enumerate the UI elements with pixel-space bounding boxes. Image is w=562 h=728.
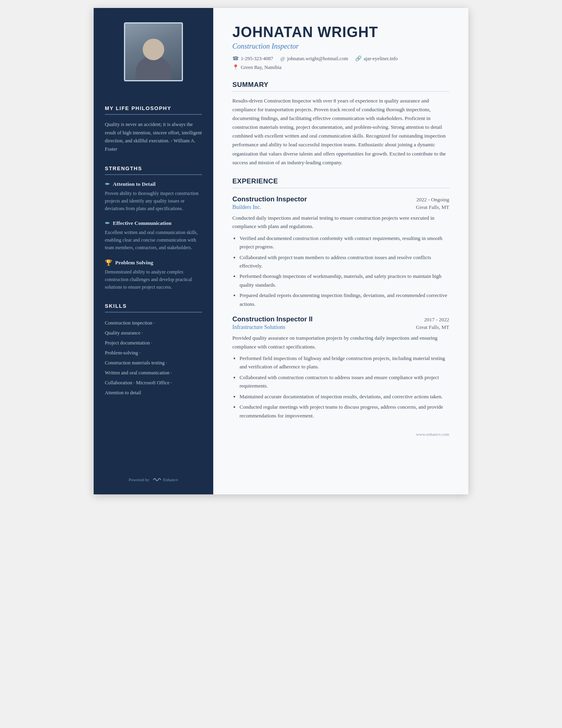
- job-location-1: Great Falls, MT: [416, 204, 449, 211]
- job-bullets-1: Verified and documented construction con…: [232, 234, 449, 309]
- job-company-2: Infrastructure Solutions: [232, 324, 285, 331]
- strength-title-1: ✒ Attention to Detail: [105, 181, 202, 188]
- philosophy-title: MY LIFE PHILOSOPHY: [105, 105, 202, 115]
- job-company-row-1: Builders Inc. Great Falls, MT: [232, 204, 449, 211]
- skill-3: Project documentation ·: [105, 338, 202, 348]
- strength-item-3: 🏆 Problem Solving Demonstrated ability t…: [105, 259, 202, 291]
- skill-4: Problem-solving ·: [105, 348, 202, 358]
- job-company-1: Builders Inc.: [232, 204, 261, 211]
- link-icon: 🔗: [355, 55, 362, 62]
- contact-website: 🔗 ajar-eyeliner.info: [355, 55, 397, 62]
- strength-title-3: 🏆 Problem Solving: [105, 259, 202, 266]
- bullet-1-2: Collaborated with project team members t…: [240, 253, 449, 270]
- philosophy-section: MY LIFE PHILOSOPHY Quality is never an a…: [105, 105, 202, 153]
- summary-text: Results-driven Construction Inspector wi…: [232, 96, 449, 167]
- job-dates-2: 2017 - 2022: [424, 317, 449, 323]
- philosophy-text: Quality is never an accident; it is alwa…: [105, 120, 202, 153]
- bullet-2-1: Performed field inspections of highway a…: [240, 354, 449, 371]
- bullet-2-2: Collaborated with construction contracto…: [240, 373, 449, 390]
- pen-icon-1: ✒: [105, 181, 110, 188]
- skill-5: Construction materials testing ·: [105, 358, 202, 368]
- contact-email: @ johnatan.wright@hotmail.com: [280, 55, 348, 62]
- contact-phone: ☎ 1-295-323-4087: [232, 55, 273, 62]
- bullet-2-4: Conducted regular meetings with project …: [240, 403, 449, 420]
- strengths-title: STRENGTHS: [105, 165, 202, 175]
- email-icon: @: [280, 55, 285, 62]
- bullet-1-3: Performed thorough inspections of workma…: [240, 272, 449, 289]
- name-title-area: JOHNATAN WRIGHT Construction Inspector: [232, 24, 449, 51]
- bullet-1-4: Prepared detailed reports documenting in…: [240, 291, 449, 308]
- job-bullets-2: Performed field inspections of highway a…: [232, 354, 449, 420]
- location-icon: 📍: [232, 64, 239, 71]
- job-header-2: Construction Inspector II 2017 - 2022: [232, 315, 449, 323]
- strength-desc-1: Proven ability to thoroughly inspect con…: [105, 190, 202, 213]
- candidate-title: Construction Inspector: [232, 42, 449, 51]
- powered-by: Powered by Enhancv: [118, 467, 190, 482]
- summary-divider: [232, 91, 449, 92]
- sidebar: MY LIFE PHILOSOPHY Quality is never an a…: [94, 8, 213, 494]
- skills-section: SKILLS Construction inspection · Quality…: [105, 303, 202, 398]
- skill-2: Quality assurance ·: [105, 328, 202, 338]
- experience-title: EXPERIENCE: [232, 177, 449, 185]
- strength-desc-3: Demonstrated ability to analyze complex …: [105, 268, 202, 291]
- job-intro-2: Provided quality assurance on transporta…: [232, 334, 449, 351]
- job-dates-1: 2022 - Ongoing: [417, 197, 449, 203]
- sidebar-content: MY LIFE PHILOSOPHY Quality is never an a…: [94, 93, 213, 398]
- skill-1: Construction inspection ·: [105, 318, 202, 328]
- trophy-icon: 🏆: [105, 259, 112, 266]
- footer-website: www.enhancv.com: [232, 432, 449, 437]
- avatar-placeholder: [125, 24, 182, 80]
- contact-area: ☎ 1-295-323-4087 @ johnatan.wright@hotma…: [232, 55, 449, 71]
- enhancv-logo: Enhancv: [153, 477, 178, 482]
- bullet-1-1: Verified and documented construction con…: [240, 234, 449, 251]
- job-company-row-2: Infrastructure Solutions Great Falls, MT: [232, 324, 449, 331]
- job-block-1: Construction Inspector 2022 - Ongoing Bu…: [232, 195, 449, 308]
- avatar: [124, 22, 183, 81]
- pen-icon-2: ✒: [105, 220, 110, 227]
- strength-desc-2: Excellent written and oral communication…: [105, 229, 202, 252]
- job-header-1: Construction Inspector 2022 - Ongoing: [232, 195, 449, 203]
- strength-title-2: ✒ Effective Communication: [105, 220, 202, 227]
- job-title-2: Construction Inspector II: [232, 315, 312, 323]
- experience-divider: [232, 188, 449, 188]
- skill-8: Attention to detail: [105, 388, 202, 398]
- job-title-1: Construction Inspector: [232, 195, 307, 203]
- job-block-2: Construction Inspector II 2017 - 2022 In…: [232, 315, 449, 420]
- summary-title: SUMMARY: [232, 81, 449, 89]
- job-intro-1: Conducted daily inspections and material…: [232, 214, 449, 231]
- job-location-2: Great Falls, MT: [416, 324, 449, 331]
- skill-7: Collaboration · Microsoft Office ·: [105, 378, 202, 388]
- strength-item-2: ✒ Effective Communication Excellent writ…: [105, 220, 202, 252]
- phone-icon: ☎: [232, 55, 239, 62]
- avatar-head: [143, 39, 164, 60]
- strength-item-1: ✒ Attention to Detail Proven ability to …: [105, 181, 202, 213]
- strengths-section: STRENGTHS ✒ Attention to Detail Proven a…: [105, 165, 202, 291]
- avatar-area: [94, 8, 213, 93]
- candidate-name: JOHNATAN WRIGHT: [232, 24, 449, 41]
- bullet-2-3: Maintained accurate documentation of ins…: [240, 392, 449, 401]
- main-content: JOHNATAN WRIGHT Construction Inspector ☎…: [213, 8, 468, 494]
- skill-6: Written and oral communication ·: [105, 368, 202, 378]
- contact-location: 📍 Green Bay, Namibia: [232, 64, 281, 71]
- skills-title: SKILLS: [105, 303, 202, 313]
